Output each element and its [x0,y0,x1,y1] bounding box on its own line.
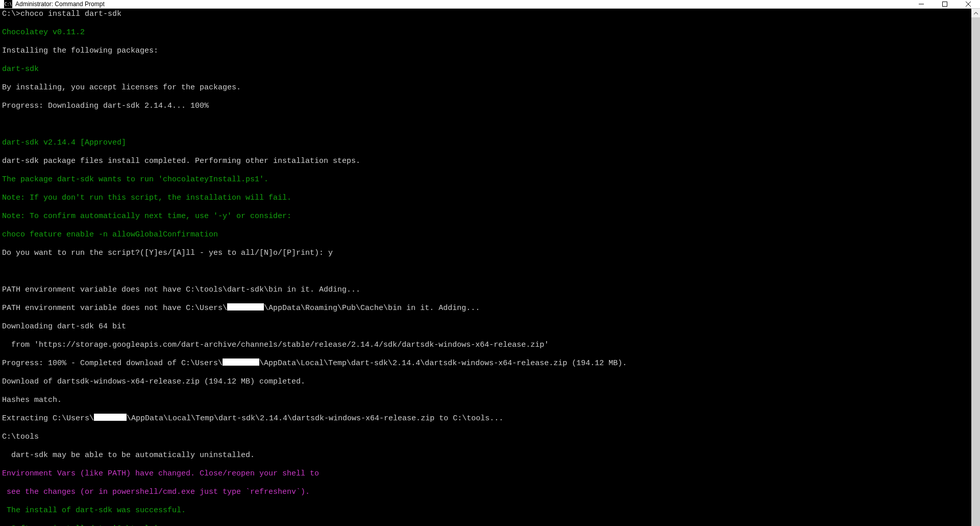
close-icon [966,2,971,7]
text: Note: If you don't run this script, the … [2,194,291,202]
minimize-button[interactable] [910,0,933,8]
terminal-line: Progress: 100% - Completed download of C… [2,359,969,368]
text: Chocolatey v0.11.2 [2,28,85,37]
terminal-line [2,120,969,129]
text: dart-sdk v2.14.4 [Approved] [2,138,126,147]
text: Installing the following packages: [2,46,158,55]
terminal-line: from 'https://storage.googleapis.com/dar… [2,341,969,350]
terminal-line: C:\tools [2,433,969,442]
text: Hashes match. [2,396,62,404]
terminal-line: Hashes match. [2,396,969,405]
scroll-up-button[interactable] [971,9,980,17]
text: Environment Vars (like PATH) have change… [2,469,319,478]
terminal-line: The package dart-sdk wants to run 'choco… [2,175,969,184]
terminal-line: dart-sdk may be able to be automatically… [2,451,969,460]
text: Extracting C:\Users\ [2,414,94,423]
text: Progress: 100% - Completed download of C… [2,359,223,368]
redacted-text [223,358,259,366]
terminal-line: Note: To confirm automatically next time… [2,212,969,221]
text: \AppData\Local\Temp\dart-sdk\2.14.4\dart… [127,414,503,423]
text: Note: To confirm automatically next time… [2,212,291,221]
text: Download of dartsdk-windows-x64-release.… [2,377,305,386]
terminal-line: see the changes (or in powershell/cmd.ex… [2,488,969,497]
text: see the changes (or in powershell/cmd.ex… [2,488,310,496]
terminal-line: Extracting C:\Users\\AppData\Local\Temp\… [2,414,969,423]
terminal-line: C:\>choco install dart-sdk [2,10,969,19]
redacted-text [94,414,127,421]
terminal-line: Chocolatey v0.11.2 [2,28,969,37]
terminal-line: PATH environment variable does not have … [2,285,969,295]
window-controls [910,0,980,8]
app-icon: C:\ [4,0,12,8]
text: Do you want to run the script?([Y]es/[A]… [2,249,333,257]
text: dart-sdk package files install completed… [2,157,360,165]
terminal-line: dart-sdk package files install completed… [2,157,969,166]
text: By installing, you accept licenses for t… [2,83,241,92]
text: dart-sdk [2,65,39,74]
terminal-line: choco feature enable -n allowGlobalConfi… [2,230,969,240]
text: \AppData\Roaming\Pub\Cache\bin in it. Ad… [264,304,480,313]
text: \AppData\Local\Temp\dart-sdk\2.14.4\dart… [259,359,627,368]
client-area: C:\>choco install dart-sdk Chocolatey v0… [0,9,980,526]
text: C:\>choco install dart-sdk [2,10,121,18]
minimize-icon [919,2,924,7]
text: C:\tools [2,433,39,441]
text: choco feature enable -n allowGlobalConfi… [2,230,218,239]
text: dart-sdk may be able to be automatically… [2,451,255,460]
chevron-up-icon [974,11,978,15]
terminal-line: Installing the following packages: [2,46,969,56]
terminal-line: dart-sdk [2,65,969,74]
scrollbar-track[interactable] [971,17,980,526]
terminal-line: By installing, you accept licenses for t… [2,83,969,92]
maximize-button[interactable] [933,0,957,8]
text: Downloading dart-sdk 64 bit [2,322,126,331]
text: from 'https://storage.googleapis.com/dar… [2,341,549,349]
terminal-line: Environment Vars (like PATH) have change… [2,469,969,479]
vertical-scrollbar[interactable] [971,9,980,526]
terminal-line: Progress: Downloading dart-sdk 2.14.4...… [2,102,969,111]
scrollbar-thumb[interactable] [971,17,980,526]
window-titlebar: C:\ Administrator: Command Prompt [0,0,980,9]
terminal-line: Download of dartsdk-windows-x64-release.… [2,377,969,387]
terminal-line: Note: If you don't run this script, the … [2,194,969,203]
window-title: Administrator: Command Prompt [15,1,105,8]
terminal-line [2,267,969,276]
text: The install of dart-sdk was successful. [2,506,186,515]
terminal-output[interactable]: C:\>choco install dart-sdk Chocolatey v0… [0,9,971,526]
text: The package dart-sdk wants to run 'choco… [2,175,268,184]
maximize-icon [942,2,947,7]
terminal-line: PATH environment variable does not have … [2,304,969,313]
terminal-line: Downloading dart-sdk 64 bit [2,322,969,331]
terminal-line: The install of dart-sdk was successful. [2,506,969,515]
redacted-text [227,303,264,310]
close-button[interactable] [957,0,980,8]
terminal-line: dart-sdk v2.14.4 [Approved] [2,138,969,148]
svg-rect-1 [943,2,947,7]
text: PATH environment variable does not have … [2,304,227,313]
terminal-line: Do you want to run the script?([Y]es/[A]… [2,249,969,258]
text: PATH environment variable does not have … [2,285,360,294]
text: Progress: Downloading dart-sdk 2.14.4...… [2,102,209,110]
